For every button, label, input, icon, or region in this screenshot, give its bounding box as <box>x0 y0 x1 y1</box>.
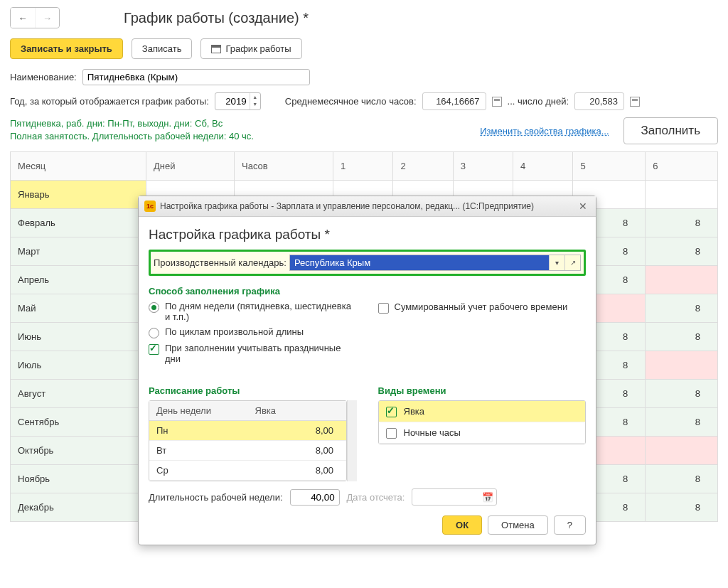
type-attendance-label: Явка <box>404 406 425 417</box>
week-length-label: Длительность рабочей недели: <box>149 492 283 503</box>
year-input[interactable] <box>215 93 250 109</box>
schedule-table[interactable]: День недели Явка Пн 8,00 Вт 8,00 <box>149 400 347 481</box>
save-close-button[interactable]: Записать и закрыть <box>10 38 123 59</box>
calculator-icon[interactable] <box>630 97 640 107</box>
checkbox-holidays[interactable] <box>149 344 159 355</box>
checkbox-type-attendance[interactable] <box>386 407 397 417</box>
type-night-label: Ночные часы <box>404 427 461 438</box>
radio-by-cycle[interactable] <box>149 328 159 338</box>
grid-cell[interactable]: 8 <box>646 493 718 522</box>
grid-cell[interactable]: Октябрь <box>11 437 146 465</box>
grid-cell[interactable]: Март <box>11 237 146 266</box>
avg-hours-value: 164,16667 <box>422 92 486 110</box>
start-date-input[interactable]: 📅 <box>412 488 497 506</box>
grid-cell[interactable]: Июнь <box>11 323 146 351</box>
arrow-right-icon: → <box>43 13 52 23</box>
table-row: Ср 8,00 <box>149 461 346 481</box>
app-icon: 1c <box>144 201 156 212</box>
info-line-1: Пятидневка, раб. дни: Пн-Пт, выходн. дни… <box>10 117 254 130</box>
year-up-button[interactable]: ▲ <box>250 93 260 100</box>
checkbox-summarized[interactable] <box>378 303 389 314</box>
nav-forward-button[interactable]: → <box>35 8 59 28</box>
time-types-table: Явка Ночные часы <box>378 400 587 444</box>
column-header: Часов <box>235 152 333 181</box>
checkbox-summarized-label: Суммированный учет рабочего времени <box>395 301 568 312</box>
grid-cell[interactable]: Июль <box>11 351 146 380</box>
sched-header-day: День недели <box>149 401 248 420</box>
column-header: 4 <box>513 152 573 181</box>
table-row: Пн 8,00 <box>149 421 346 441</box>
types-section-title: Виды времени <box>378 385 587 396</box>
grid-cell[interactable] <box>646 351 718 380</box>
column-header: Месяц <box>11 152 146 181</box>
grid-cell[interactable]: 8 <box>646 408 718 437</box>
name-input[interactable] <box>82 69 310 85</box>
column-header: 6 <box>646 152 718 181</box>
grid-cell[interactable]: Май <box>11 294 146 323</box>
grid-cell[interactable]: Февраль <box>11 209 146 237</box>
grid-cell[interactable] <box>646 266 718 294</box>
fill-button[interactable]: Заполнить <box>623 117 718 144</box>
modal-window-title: Настройка графика работы - Зарплата и уп… <box>160 201 576 211</box>
grid-cell[interactable]: Апрель <box>11 266 146 294</box>
start-date-label: Дата отсчета: <box>347 492 405 503</box>
ok-button[interactable]: ОК <box>442 515 482 535</box>
grid-cell[interactable]: 8 <box>646 380 718 408</box>
grid-cell[interactable] <box>646 181 718 209</box>
grid-cell[interactable]: Ноябрь <box>11 465 146 493</box>
days-value: 20,583 <box>574 92 624 110</box>
grid-cell[interactable]: 8 <box>646 323 718 351</box>
settings-modal: 1c Настройка графика работы - Зарплата и… <box>138 196 596 545</box>
grid-cell[interactable]: Декабрь <box>11 493 146 522</box>
print-schedule-label: График работы <box>225 43 291 54</box>
printer-icon <box>211 45 221 53</box>
change-properties-link[interactable]: Изменить свойства графика... <box>480 126 609 137</box>
open-icon[interactable]: ↗ <box>564 255 580 270</box>
calendar-icon: 📅 <box>482 492 493 503</box>
print-schedule-button[interactable]: График работы <box>200 38 301 59</box>
grid-cell[interactable]: 8 <box>646 237 718 266</box>
info-line-2: Полная занятость. Длительность рабочей н… <box>10 130 254 143</box>
grid-cell[interactable] <box>646 437 718 465</box>
arrow-left-icon: ← <box>18 13 28 23</box>
sched-header-attendance: Явка <box>248 401 347 420</box>
radio-by-weekday[interactable] <box>149 302 159 313</box>
grid-cell[interactable]: Январь <box>11 181 146 209</box>
avg-hours-label: Среднемесячное число часов: <box>285 96 417 107</box>
list-item: Ночные часы <box>379 422 586 444</box>
save-button[interactable]: Записать <box>132 38 193 59</box>
help-button[interactable]: ? <box>554 515 586 535</box>
checkbox-type-night[interactable] <box>386 428 397 439</box>
column-header: 2 <box>393 152 453 181</box>
year-label: Год, за который отображается график рабо… <box>10 96 209 107</box>
table-row: Вт 8,00 <box>149 441 346 461</box>
nav-back-button[interactable]: ← <box>11 8 35 28</box>
list-item: Явка <box>379 401 586 422</box>
radio-by-cycle-label: По циклам произвольной длины <box>165 326 304 337</box>
fill-method-title: Способ заполнения графика <box>149 286 357 296</box>
calculator-icon[interactable] <box>492 97 502 107</box>
grid-cell[interactable]: 8 <box>646 465 718 493</box>
days-label: ... число дней: <box>508 96 569 107</box>
column-header: Дней <box>146 152 234 181</box>
grid-cell[interactable]: 8 <box>646 209 718 237</box>
dropdown-icon[interactable]: ▾ <box>549 255 564 270</box>
scrollbar[interactable] <box>347 400 356 481</box>
grid-cell[interactable]: Август <box>11 380 146 408</box>
close-icon[interactable]: ✕ <box>576 199 590 213</box>
grid-cell[interactable]: Сентябрь <box>11 408 146 437</box>
radio-by-weekday-label: По дням недели (пятидневка, шестидневка … <box>165 301 357 322</box>
name-label: Наименование: <box>10 72 77 82</box>
page-title: График работы (создание) * <box>124 10 309 26</box>
grid-cell[interactable]: 8 <box>646 294 718 323</box>
cancel-button[interactable]: Отмена <box>488 515 548 535</box>
week-length-input[interactable] <box>290 489 340 506</box>
column-header: 5 <box>573 152 646 181</box>
calendar-combo[interactable]: Республика Крым ▾ ↗ <box>289 255 581 271</box>
calendar-label: Производственный календарь: <box>154 257 287 268</box>
column-header: 1 <box>333 152 393 181</box>
calendar-value: Республика Крым <box>290 255 549 270</box>
year-down-button[interactable]: ▼ <box>250 100 260 107</box>
column-header: 3 <box>453 152 513 181</box>
schedule-section-title: Расписание работы <box>149 385 357 396</box>
